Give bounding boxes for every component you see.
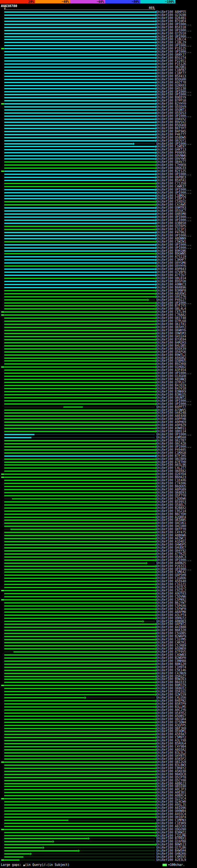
hit-label[interactable]: UniRef100_C3KHF7 — [156, 258, 197, 261]
hit-row[interactable]: UniRef100_UPI000... — [0, 402, 197, 405]
hit-row[interactable]: UniRef100_P26321 — [0, 565, 197, 568]
hit-label[interactable]: UniRef100_B4PFT7 — [156, 405, 197, 409]
hit-row[interactable]: UniRef100_C1MPN3 — [0, 819, 197, 822]
hit-label[interactable]: UniRef100_C4M3V5 — [156, 856, 197, 859]
alignment-bar[interactable] — [4, 314, 155, 316]
alignment-bar[interactable] — [4, 618, 155, 619]
hit-label[interactable]: UniRef100_A8JCH3 — [156, 825, 197, 828]
alignment-bar[interactable] — [4, 155, 155, 156]
hit-row[interactable]: UniRef100_Q6FJK0 — [0, 727, 197, 730]
hit-label[interactable]: UniRef100_A5E640 — [156, 580, 197, 583]
hit-row[interactable]: UniRef100_Q5KGZ7 — [0, 675, 197, 678]
alignment-bar[interactable] — [4, 590, 155, 591]
hit-row[interactable]: UniRef100_Q4P5H9 — [0, 574, 197, 577]
hit-label[interactable]: UniRef100_Q4S138 — [156, 87, 197, 90]
hit-label[interactable]: UniRef100_A8BQJ3 — [156, 782, 197, 785]
hit-row[interactable]: UniRef100_C4Y9B4 — [0, 745, 197, 748]
hit-label[interactable]: UniRef100_B7FJY5 — [156, 304, 197, 307]
hit-label[interactable]: UniRef100_Q4KT13 — [156, 148, 197, 151]
alignment-bar[interactable] — [4, 517, 155, 518]
hit-row[interactable]: UniRef100_Q54YE2 — [0, 712, 197, 715]
hit-label[interactable]: UniRef100_C5WZW1 — [156, 240, 197, 243]
hit-row[interactable]: UniRef100_P22451 — [0, 59, 197, 63]
hit-label[interactable]: UniRef100_C9ZZL5 — [156, 586, 197, 589]
hit-row[interactable]: UniRef100_Q95Z76 — [0, 295, 197, 298]
hit-label[interactable]: UniRef100_Q3B850 — [156, 222, 197, 225]
alignment-bar[interactable] — [4, 358, 155, 359]
hit-row[interactable]: UniRef100_Q9GU90 — [0, 828, 197, 831]
hit-label[interactable]: UniRef100_C1BLC4 — [156, 38, 197, 41]
alignment-bar[interactable] — [4, 63, 155, 65]
alignment-bar[interactable] — [4, 657, 155, 659]
alignment-bar[interactable] — [4, 609, 155, 610]
hit-row[interactable]: UniRef100_Q8I2G9 — [0, 761, 197, 764]
hit-label[interactable]: UniRef100_Q6BUI2 — [156, 687, 197, 690]
hit-row[interactable]: UniRef100_C9ZZL5 — [0, 586, 197, 589]
hit-row[interactable]: UniRef100_B9ZXK8 — [0, 363, 197, 366]
hit-label[interactable]: UniRef100_Q55DS3 — [156, 112, 197, 115]
hit-row[interactable]: UniRef100_C9S214 — [0, 509, 197, 513]
hit-row[interactable]: UniRef100_B7FJY5 — [0, 304, 197, 307]
hit-label[interactable]: UniRef100_B5XFA1 — [156, 179, 197, 182]
hit-label[interactable]: UniRef100_C4Y475 — [156, 531, 197, 534]
hit-label[interactable]: UniRef100_Q7PLG7 — [156, 381, 197, 384]
hit-row[interactable]: UniRef100_B7PFS8 — [0, 99, 197, 102]
hit-label[interactable]: UniRef100_B3L5L2 — [156, 751, 197, 754]
alignment-bar[interactable] — [4, 623, 155, 625]
hit-label[interactable]: UniRef100_A5DBS7 — [156, 715, 197, 718]
hit-row[interactable]: UniRef100_B5DGK8 — [0, 124, 197, 127]
hit-label[interactable]: UniRef100_Q4FNT2 — [156, 623, 197, 626]
alignment-bar[interactable] — [4, 189, 155, 190]
alignment-bar[interactable] — [4, 703, 155, 705]
hit-row[interactable]: UniRef100_Q627B7 — [0, 439, 197, 442]
hit-row[interactable]: UniRef100_Q4CU80 — [0, 525, 197, 528]
hit-label[interactable]: UniRef100_P49227 — [156, 298, 197, 302]
alignment-bar[interactable] — [4, 615, 155, 616]
hit-row[interactable]: UniRef100_A5E640 — [0, 580, 197, 583]
hit-label[interactable]: UniRef100_Q58EL7 — [156, 503, 197, 506]
hit-label[interactable]: UniRef100_B3RWZ2 — [156, 831, 197, 834]
hit-label[interactable]: UniRef100_B7UE84 — [156, 338, 197, 341]
alignment-bar[interactable] — [4, 685, 155, 686]
alignment-bar[interactable] — [4, 330, 155, 331]
hit-row[interactable]: UniRef100_B3L8W3 — [0, 764, 197, 767]
alignment-bar[interactable] — [4, 293, 155, 294]
hit-label[interactable]: UniRef100_A9ZT78 — [156, 81, 197, 84]
alignment-bar[interactable] — [4, 253, 155, 254]
hit-label[interactable]: UniRef100_A5K5F2 — [156, 757, 197, 761]
alignment-bar[interactable] — [4, 397, 155, 398]
alignment-bar[interactable] — [13, 651, 155, 652]
hit-row[interactable]: UniRef100_UPI000... — [0, 115, 197, 118]
hit-label[interactable]: UniRef100_Q9AVX2 — [156, 118, 197, 121]
hit-row[interactable]: UniRef100_A8N9R3 — [0, 620, 197, 623]
hit-label[interactable]: UniRef100_A7F0V5 — [156, 650, 197, 653]
hit-row[interactable]: UniRef100_B4M2H3 — [0, 341, 197, 344]
hit-label[interactable]: UniRef100_C5GDB5 — [156, 632, 197, 635]
hit-row[interactable]: UniRef100_Q04Y92 — [0, 549, 197, 552]
hit-label[interactable]: UniRef100_Q4UDE7 — [156, 546, 197, 549]
hit-label[interactable]: UniRef100_B4LQB5 — [156, 344, 197, 347]
alignment-bar[interactable] — [4, 422, 155, 423]
alignment-bar[interactable] — [4, 541, 155, 542]
hit-row[interactable]: UniRef100_Q7PLG7 — [0, 381, 197, 384]
hit-label[interactable]: UniRef100_P09895 — [156, 151, 197, 154]
hit-row[interactable]: UniRef100_Q4CU61 — [0, 522, 197, 525]
hit-label[interactable]: UniRef100_A7ETH0 — [156, 461, 197, 464]
hit-row[interactable]: UniRef100_A9PB43 — [0, 268, 197, 271]
hit-row[interactable]: UniRef100_B9VSV2 — [0, 121, 197, 124]
alignment-bar[interactable] — [4, 563, 145, 564]
alignment-bar[interactable] — [4, 688, 155, 689]
hit-label[interactable]: UniRef100_B3NKK9 — [156, 390, 197, 393]
hit-label[interactable]: UniRef100_P46777 — [156, 133, 197, 136]
hit-row[interactable]: UniRef100_C5DEW6 — [0, 497, 197, 500]
hit-label[interactable]: UniRef100_Q65HY2 — [156, 326, 197, 329]
alignment-bar[interactable] — [4, 660, 155, 662]
alignment-bar[interactable] — [4, 844, 155, 845]
hit-row[interactable]: UniRef100_B4PFT7 — [0, 405, 197, 409]
alignment-bar[interactable] — [4, 284, 155, 285]
hit-label[interactable]: UniRef100_B6K320 — [156, 629, 197, 632]
hit-row[interactable]: UniRef100_C0NH88 — [0, 659, 197, 662]
alignment-bar[interactable] — [4, 538, 155, 539]
alignment-bar[interactable] — [4, 823, 155, 824]
alignment-bar[interactable] — [4, 152, 155, 153]
